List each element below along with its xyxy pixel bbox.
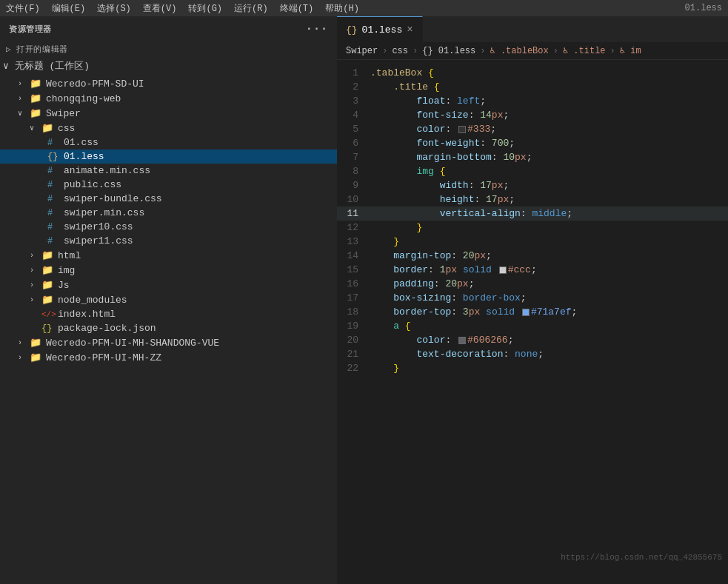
sidebar-item-swiper10[interactable]: # swiper10.css (0, 220, 337, 234)
code-line-12: 12 } (337, 221, 728, 235)
sidebar-item-animate[interactable]: # animate.min.css (0, 164, 337, 178)
line-content: margin-top: 20px; (370, 249, 728, 263)
menu-view[interactable]: 查看(V) (143, 2, 177, 15)
code-line-2: 2 .title { (337, 80, 728, 94)
bc-img[interactable]: ♿ im (620, 45, 641, 56)
menu-help[interactable]: 帮助(H) (325, 2, 359, 15)
sidebar-item-chongqing[interactable]: › 📁 chongqing-web (0, 91, 337, 106)
css-file-icon: # (47, 138, 61, 148)
tab-close-button[interactable]: × (407, 24, 413, 36)
sidebar-item-swiper-min[interactable]: # swiper.min.css (0, 206, 337, 220)
menu-run[interactable]: 运行(R) (234, 2, 268, 15)
sidebar-item-01less[interactable]: {} 01.less (0, 150, 337, 164)
line-number: 3 (337, 94, 370, 108)
folder-icon: 📁 (30, 107, 43, 119)
sidebar-item-package-lock[interactable]: {} package-lock.json (0, 321, 337, 335)
line-content: .title { (370, 80, 728, 94)
open-editors-section[interactable]: ▷ 打开的编辑器 (0, 41, 337, 57)
code-line-4: 4 font-size: 14px; (337, 108, 728, 122)
sidebar-item-shandong[interactable]: › 📁 Wecredo-PFM-UI-MH-SHANDONG-VUE (0, 335, 337, 350)
sidebar-item-label: html (58, 250, 81, 261)
line-content: padding: 20px; (370, 277, 728, 291)
code-editor[interactable]: 1 .tableBox { 2 .title { 3 float: left; … (337, 60, 728, 584)
sidebar-item-index-html[interactable]: </> index.html (0, 307, 337, 321)
bc-file[interactable]: {} 01.less (422, 46, 475, 56)
main-area: 资源管理器 ··· ▷ 打开的编辑器 ∨ 无标题 (工作区) › 📁 Wecre… (0, 16, 728, 584)
css-file-icon: # (47, 180, 61, 190)
arrow-icon: › (18, 339, 30, 347)
line-content: border: 1px solid #ccc; (370, 263, 728, 277)
open-editors-label: ▷ 打开的编辑器 (6, 44, 68, 55)
code-line-15: 15 border: 1px solid #ccc; (337, 263, 728, 277)
sidebar-item-01css[interactable]: # 01.css (0, 135, 337, 150)
code-line-14: 14 margin-top: 20px; (337, 249, 728, 263)
sidebar-dots[interactable]: ··· (306, 22, 328, 36)
arrow-icon: › (30, 281, 41, 289)
sidebar-item-wecredo-pfm[interactable]: › 📁 Wecredo-PFM-SD-UI (0, 76, 337, 91)
line-number: 20 (337, 333, 370, 347)
sidebar-item-label: Js (58, 280, 70, 291)
bc-title[interactable]: ♿ .title (563, 45, 606, 56)
bc-css[interactable]: css (392, 46, 408, 56)
file-tree: › 📁 Wecredo-PFM-SD-UI › 📁 chongqing-web … (0, 75, 337, 366)
menu-right-info: 01.less (685, 3, 722, 13)
sidebar-item-label: animate.min.css (64, 165, 150, 176)
watermark: https://blog.csdn.net/qq_42855675 (561, 553, 722, 562)
sidebar-item-swiper[interactable]: ∨ 📁 Swiper (0, 106, 337, 121)
line-number: 6 (337, 136, 370, 150)
bc-sep2: › (413, 46, 418, 56)
line-content: vertical-align: middle; (370, 207, 728, 221)
code-line-11: 11 vertical-align: middle; (337, 207, 728, 221)
tab-01less[interactable]: {} 01.less × (337, 16, 423, 42)
sidebar: 资源管理器 ··· ▷ 打开的编辑器 ∨ 无标题 (工作区) › 📁 Wecre… (0, 16, 337, 584)
line-number: 2 (337, 80, 370, 94)
arrow-icon: › (18, 354, 30, 362)
menu-goto[interactable]: 转到(G) (188, 2, 222, 15)
line-number: 1 (337, 66, 370, 80)
sidebar-item-label: Wecredo-PFM-SD-UI (46, 78, 144, 90)
code-line-9: 9 width: 17px; (337, 178, 728, 192)
folder-icon: 📁 (41, 279, 55, 291)
sidebar-item-label: swiper10.css (64, 221, 133, 232)
sidebar-item-html-folder[interactable]: › 📁 html (0, 248, 337, 263)
sidebar-item-swiper11[interactable]: # swiper11.css (0, 234, 337, 248)
line-content: text-decoration: none; (370, 347, 728, 361)
code-line-7: 7 margin-bottom: 10px; (337, 150, 728, 164)
sidebar-item-public[interactable]: # public.css (0, 178, 337, 192)
arrow-icon: ∨ (30, 124, 41, 132)
menu-select[interactable]: 选择(S) (97, 2, 131, 15)
sidebar-item-js-folder[interactable]: › 📁 Js (0, 278, 337, 292)
code-line-20: 20 color: #606266; (337, 333, 728, 347)
line-number: 13 (337, 235, 370, 249)
menu-edit[interactable]: 编辑(E) (52, 2, 86, 15)
sidebar-item-label: index.html (58, 309, 116, 320)
line-content: font-size: 14px; (370, 108, 728, 122)
menu-bar: 文件(F) 编辑(E) 选择(S) 查看(V) 转到(G) 运行(R) 终端(T… (0, 0, 728, 16)
sidebar-item-label: swiper11.css (64, 235, 133, 246)
bc-swiper[interactable]: Swiper (346, 46, 378, 56)
tab-label: 01.less (362, 24, 403, 36)
sidebar-item-node-modules[interactable]: › 📁 node_modules (0, 292, 337, 307)
sidebar-item-swiper-bundle[interactable]: # swiper-bundle.css (0, 192, 337, 206)
arrow-icon: › (30, 296, 41, 304)
sidebar-item-label: Swiper (46, 108, 81, 119)
sidebar-item-label: Wecredo-PFM-UI-MH-SHANDONG-VUE (46, 338, 219, 349)
sidebar-item-zz[interactable]: › 📁 Wecredo-PFM-UI-MH-ZZ (0, 350, 337, 365)
line-number: 12 (337, 221, 370, 235)
line-content: color: #606266; (370, 333, 728, 347)
workspace-section[interactable]: ∨ 无标题 (工作区) (0, 57, 337, 75)
sidebar-item-img-folder[interactable]: › 📁 img (0, 263, 337, 278)
json-file-icon: {} (41, 323, 55, 334)
menu-terminal[interactable]: 终端(T) (280, 2, 314, 15)
line-number: 21 (337, 347, 370, 361)
sidebar-item-css[interactable]: ∨ 📁 css (0, 121, 337, 135)
sidebar-item-label: chongqing-web (46, 93, 121, 104)
code-line-5: 5 color: #333; (337, 122, 728, 136)
bc-tablebox[interactable]: ♿ .tableBox (490, 45, 548, 56)
arrow-icon: › (30, 252, 41, 260)
menu-file[interactable]: 文件(F) (6, 2, 40, 15)
less-file-icon: {} (47, 152, 61, 162)
folder-icon: 📁 (30, 93, 43, 104)
tab-bar: {} 01.less × (337, 16, 728, 42)
line-content: width: 17px; (370, 178, 728, 192)
